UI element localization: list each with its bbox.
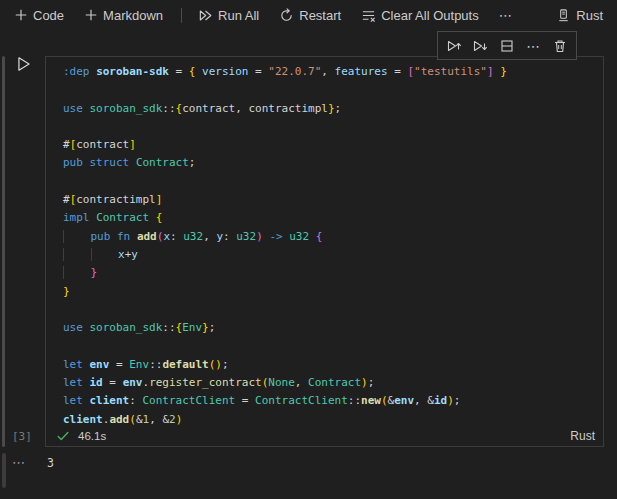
indent-guide: [63, 266, 91, 279]
code-line[interactable]: [63, 118, 599, 136]
code-line[interactable]: client.add(&1, &2): [63, 411, 599, 427]
code-line[interactable]: use soroban_sdk::{contract, contractimpl…: [63, 100, 599, 118]
add-markdown-cell-button[interactable]: Markdown: [80, 6, 167, 25]
run-cell-button[interactable]: [15, 55, 33, 73]
code-line[interactable]: x+y: [63, 246, 599, 264]
run-cell-and-below-button[interactable]: [469, 35, 491, 57]
add-code-cell-button[interactable]: Code: [10, 6, 68, 25]
code-line[interactable]: }: [63, 283, 599, 301]
code-line[interactable]: impl Contract {: [63, 209, 599, 227]
plus-icon: [14, 8, 28, 22]
clear-all-outputs-icon: [361, 8, 376, 23]
output-focus-indicator[interactable]: [2, 453, 6, 488]
indent-guide: [91, 248, 119, 261]
restart-kernel-button[interactable]: Restart: [275, 6, 345, 25]
code-line[interactable]: [63, 81, 599, 99]
code-line[interactable]: #[contract]: [63, 136, 599, 154]
toolbar-separator: [181, 8, 182, 23]
code-line[interactable]: [63, 337, 599, 355]
restart-icon: [279, 8, 294, 23]
ellipsis-icon: ⋯: [499, 8, 512, 23]
code-line[interactable]: [63, 301, 599, 319]
cell-focus-indicator[interactable]: [2, 56, 5, 447]
code-cell: :dep soroban-sdk = { version = "22.0.7",…: [45, 56, 604, 447]
run-all-button[interactable]: Run All: [194, 6, 263, 25]
notebook-toolbar: Code Markdown Run All Restart: [0, 0, 617, 30]
clear-outputs-label: Clear All Outputs: [381, 8, 479, 23]
add-code-label: Code: [33, 8, 64, 23]
indent-guide: [63, 230, 91, 243]
indent-guide: [63, 248, 91, 261]
kernel-picker-button[interactable]: Rust: [552, 6, 607, 25]
cell-toolbar: ⋯: [437, 31, 577, 60]
code-line[interactable]: let env = Env::default();: [63, 356, 599, 374]
code-line[interactable]: }: [63, 264, 599, 282]
code-line[interactable]: #[contractimpl]: [63, 191, 599, 209]
output-expand-button[interactable]: ⋯: [12, 455, 26, 470]
execution-duration: 46.1s: [78, 430, 106, 442]
code-line[interactable]: :dep soroban-sdk = { version = "22.0.7",…: [63, 63, 599, 81]
success-check-icon: [56, 429, 70, 443]
code-editor[interactable]: :dep soroban-sdk = { version = "22.0.7",…: [46, 57, 603, 427]
run-below-icon: [472, 38, 488, 54]
run-cell-and-above-button[interactable]: [443, 35, 465, 57]
toolbar-more-actions-button[interactable]: ⋯: [495, 6, 516, 25]
code-line[interactable]: let client: ContractClient = ContractCli…: [63, 392, 599, 410]
kernel-name-label: Rust: [576, 8, 603, 23]
ellipsis-icon: ⋯: [526, 39, 541, 53]
run-all-label: Run All: [218, 8, 259, 23]
clear-all-outputs-button[interactable]: Clear All Outputs: [357, 6, 483, 25]
execution-count: [3]: [12, 430, 32, 443]
trash-icon: [552, 38, 568, 54]
restart-label: Restart: [299, 8, 341, 23]
plus-icon: [84, 8, 98, 22]
split-cell-button[interactable]: [496, 35, 518, 57]
run-above-icon: [446, 38, 462, 54]
code-lines: :dep soroban-sdk = { version = "22.0.7",…: [63, 63, 599, 427]
code-line[interactable]: pub struct Contract;: [63, 154, 599, 172]
delete-cell-button[interactable]: [549, 35, 571, 57]
code-line[interactable]: [63, 173, 599, 191]
cell-more-actions-button[interactable]: ⋯: [523, 35, 545, 57]
cell-status-bar: 46.1s Rust: [46, 427, 603, 446]
run-all-icon: [198, 8, 213, 23]
code-line[interactable]: let id = env.register_contract(None, Con…: [63, 374, 599, 392]
output-value: 3: [47, 456, 54, 470]
split-cell-icon: [499, 38, 515, 54]
cell-language-picker[interactable]: Rust: [570, 429, 595, 443]
add-markdown-label: Markdown: [103, 8, 163, 23]
code-line[interactable]: pub fn add(x: u32, y: u32) -> u32 {: [63, 228, 599, 246]
code-line[interactable]: use soroban_sdk::{Env};: [63, 319, 599, 337]
kernel-icon: [556, 8, 571, 23]
